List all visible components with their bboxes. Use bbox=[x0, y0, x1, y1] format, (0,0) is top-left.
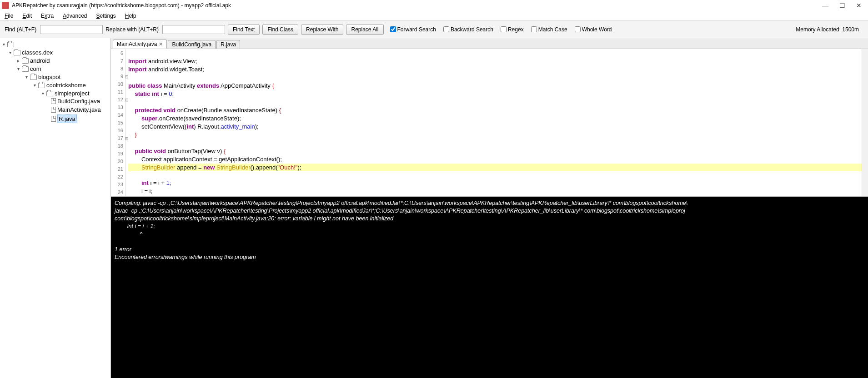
file-icon bbox=[51, 98, 56, 104]
title-bar: APKRepatcher by csanuragjain (https://co… bbox=[0, 0, 868, 11]
tree-file-mainactivity[interactable]: MainActivity.java bbox=[50, 106, 101, 114]
editor-tabs: MainActivity.java✕ BuildConfig.java R.ja… bbox=[111, 38, 868, 49]
console-output[interactable]: Compiling: javac -cp .;C:\Users\anjain\w… bbox=[111, 197, 868, 378]
menu-extra[interactable]: Extra bbox=[39, 12, 55, 20]
menu-file[interactable]: File bbox=[3, 12, 15, 20]
folder-icon bbox=[22, 66, 29, 72]
app-icon bbox=[2, 2, 9, 9]
tab-r-java[interactable]: R.java bbox=[216, 40, 240, 49]
menu-bar: File Edit Extra Advanced Settings Help bbox=[0, 11, 868, 21]
file-icon bbox=[51, 116, 56, 122]
close-button[interactable]: ✕ bbox=[856, 2, 862, 9]
minimize-button[interactable]: — bbox=[822, 2, 828, 9]
scrollbar[interactable] bbox=[862, 49, 868, 196]
folder-icon bbox=[38, 83, 45, 88]
tab-mainactivity[interactable]: MainActivity.java✕ bbox=[113, 40, 167, 49]
project-tree[interactable]: ▾ ▾classes.dex ▸android ▾com ▾blogspot ▾… bbox=[0, 38, 111, 378]
tree-file-buildconfig[interactable]: BuildConfig.java bbox=[50, 97, 100, 105]
folder-icon bbox=[7, 42, 14, 47]
backward-search-checkbox[interactable]: Backward Search bbox=[443, 26, 493, 33]
replace-all-button[interactable]: Replace All bbox=[346, 25, 383, 35]
find-input[interactable] bbox=[40, 25, 103, 34]
close-icon[interactable]: ✕ bbox=[159, 41, 163, 47]
tree-node-simpleproject[interactable]: ▾simpleproject bbox=[39, 90, 90, 97]
tab-buildconfig[interactable]: BuildConfig.java bbox=[168, 40, 216, 49]
window-controls: — ☐ ✕ bbox=[822, 2, 866, 9]
match-case-checkbox[interactable]: Match Case bbox=[531, 26, 567, 33]
folder-icon bbox=[30, 75, 37, 80]
tree-node-classes-dex[interactable]: ▾classes.dex bbox=[6, 49, 53, 56]
file-icon bbox=[51, 107, 56, 113]
find-text-button[interactable]: Find Text bbox=[228, 25, 260, 35]
menu-settings[interactable]: Settings bbox=[94, 12, 117, 20]
code-editor[interactable]: 6789101112131415161718192021222324 impor… bbox=[111, 49, 868, 197]
tree-node-android[interactable]: ▸android bbox=[15, 57, 50, 65]
folder-icon bbox=[46, 91, 53, 96]
tree-file-r-java[interactable]: R.java bbox=[50, 114, 77, 123]
find-class-button[interactable]: Find Class bbox=[262, 25, 298, 35]
menu-help[interactable]: Help bbox=[123, 12, 138, 20]
replace-with-button[interactable]: Replace With bbox=[301, 25, 343, 35]
folder-icon bbox=[22, 58, 29, 64]
replace-label: Replace with (ALT+R) bbox=[105, 26, 159, 33]
tree-node-blogspot[interactable]: ▾blogspot bbox=[23, 73, 60, 81]
menu-advanced[interactable]: Advanced bbox=[61, 12, 89, 20]
code-area[interactable]: import android.view.View; import android… bbox=[125, 49, 862, 196]
menu-edit[interactable]: Edit bbox=[20, 12, 34, 20]
expander-icon[interactable]: ▾ bbox=[1, 40, 6, 48]
maximize-button[interactable]: ☐ bbox=[839, 2, 845, 9]
workspace: ▾ ▾classes.dex ▸android ▾com ▾blogspot ▾… bbox=[0, 38, 868, 378]
find-toolbar: Find (ALT+F) Replace with (ALT+R) Find T… bbox=[0, 21, 868, 38]
tree-node-cooltrickshome[interactable]: ▾cooltrickshome bbox=[31, 81, 86, 89]
tree-node-com[interactable]: ▾com bbox=[15, 65, 41, 73]
folder-icon bbox=[14, 50, 20, 55]
replace-input[interactable] bbox=[162, 25, 225, 34]
memory-label: Memory Allocated: 1500m bbox=[796, 26, 863, 33]
find-label: Find (ALT+F) bbox=[5, 26, 36, 33]
whole-word-checkbox[interactable]: Whole Word bbox=[575, 26, 612, 33]
forward-search-checkbox[interactable]: Forward Search bbox=[390, 26, 436, 33]
regex-checkbox[interactable]: Regex bbox=[501, 26, 524, 33]
editor-pane: MainActivity.java✕ BuildConfig.java R.ja… bbox=[111, 38, 868, 378]
window-title: APKRepatcher by csanuragjain (https://co… bbox=[12, 2, 822, 9]
line-gutter: 6789101112131415161718192021222324 bbox=[111, 49, 125, 196]
